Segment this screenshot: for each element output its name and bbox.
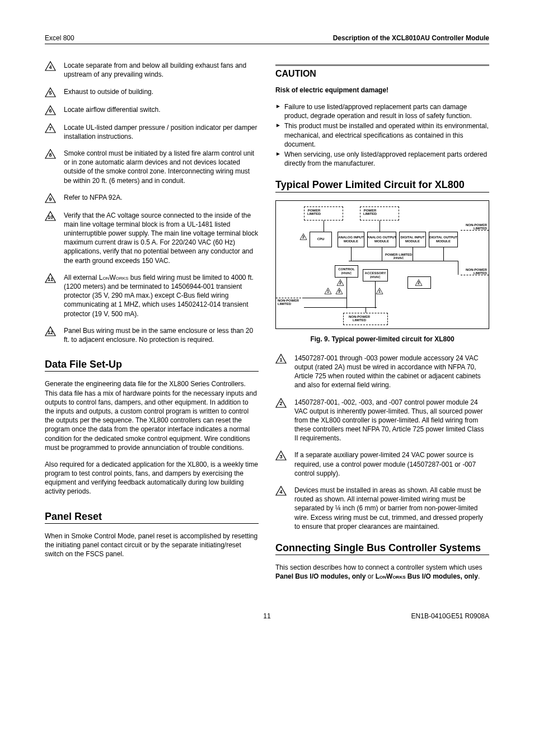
heading-connecting: Connecting Single Bus Controller Systems — [275, 541, 489, 555]
diag-nonpower: NON-POWER LIMITED — [349, 315, 370, 322]
diag-digital-output: DIGITAL OUTPUT MODULE — [429, 232, 458, 247]
note-text: 14507287-001, -002, -003, and -007 contr… — [294, 398, 489, 443]
note-text: Locate airflow differential switch. — [64, 105, 259, 114]
header-right: Description of the XCL8010AU Controller … — [333, 34, 489, 43]
heading-data-file: Data File Set-Up — [45, 358, 259, 372]
note-5: 5 Exhaust to outside of building. — [45, 87, 259, 97]
panelreset-p: When in Smoke Control Mode, panel reset … — [45, 532, 259, 559]
triangle-12-icon: 12 — [45, 326, 56, 336]
note-7: 7 Locate UL-listed damper pressure / pos… — [45, 123, 259, 141]
triangle-2-icon: 2 — [336, 279, 344, 286]
caution-heading: CAUTION — [275, 64, 489, 80]
diag-accessory-24: ACCESSORY 24VAC — [363, 269, 388, 281]
triangle-4-icon: 4 — [275, 486, 287, 496]
triangle-2-icon: 2 — [275, 398, 287, 408]
note-9: 9 Refer to NFPA 92A. — [45, 193, 259, 203]
page-number: 11 — [263, 612, 270, 621]
right-column: CAUTION Risk of electric equipment damag… — [275, 61, 489, 589]
note-text: 14507287-001 through -003 power module a… — [294, 354, 489, 390]
triangle-6-icon: 6 — [45, 105, 56, 115]
triangle-3-icon: 3 — [275, 450, 287, 461]
triangle-5-icon: 5 — [45, 87, 56, 97]
left-column: 4 Locate separate from and below all bui… — [45, 61, 259, 589]
heading-typical: Typical Power Limited Circuit for XL800 — [275, 178, 489, 192]
note-text: Locate UL-listed damper pressure / posit… — [64, 123, 259, 141]
caution-sub: Risk of electric equipment damage! — [275, 86, 489, 95]
triangle-3-icon: 3 — [335, 288, 343, 294]
triangle-9-icon: 9 — [45, 193, 56, 203]
page-header: Excel 800 Description of the XCL8010AU C… — [45, 34, 489, 44]
triangle-2-icon: 2 — [299, 233, 307, 240]
triangle-1-icon: 1 — [324, 288, 332, 294]
diag-nonpower: NON-POWER LIMITED — [278, 299, 299, 306]
diag-analog-input: ANALOG INPUT MODULE — [338, 232, 364, 247]
doc-number: EN1B-0410GE51 R0908A — [411, 612, 489, 621]
triangle-1-icon: 1 — [376, 288, 383, 294]
note-text: All external LonWorks bus field wiring m… — [64, 273, 259, 318]
triangle-7-icon: 7 — [45, 123, 56, 133]
circuit-diagram: POWER LIMITED POWER LIMITED NON-POWER LI… — [275, 200, 489, 329]
diag-power-limited: POWER LIMITED — [307, 209, 321, 216]
note-text: Verify that the AC voltage source connec… — [64, 211, 259, 265]
note-11: 11 All external LonWorks bus field wirin… — [45, 273, 259, 318]
header-left: Excel 800 — [45, 34, 74, 43]
note-text: Panel Bus wiring must be in the same enc… — [64, 326, 259, 344]
right-note-4: 4 Devices must be installed in areas as … — [275, 486, 489, 531]
diag-power-limited: POWER LIMITED — [363, 209, 377, 216]
diag-analog-output: ANALOG OUTPUT MODULE — [367, 232, 396, 247]
note-8: 8 Smoke control must be initiated by a l… — [45, 149, 259, 185]
note-text: Devices must be installed in areas as sh… — [294, 486, 489, 531]
caution-list: Failure to use listed/approved replaceme… — [275, 102, 489, 168]
right-note-1: 1 14507287-001 through -003 power module… — [275, 354, 489, 390]
note-4: 4 Locate separate from and below all bui… — [45, 61, 259, 79]
diag-digital-input: DIGITAL INPUT MODULE — [399, 232, 426, 247]
note-12: 12 Panel Bus wiring must be in the same … — [45, 326, 259, 344]
note-6: 6 Locate airflow differential switch. — [45, 105, 259, 115]
triangle-4-icon: 4 — [45, 61, 56, 71]
right-note-2: 2 14507287-001, -002, -003, and -007 con… — [275, 398, 489, 443]
diag-power-limited-24: POWER LIMITED 24VAC — [385, 253, 412, 260]
note-text: Locate separate from and below all build… — [64, 61, 259, 79]
note-10: 10 Verify that the AC voltage source con… — [45, 211, 259, 265]
caution-item: When servicing, use only listed/approved… — [275, 150, 489, 168]
datafile-p1: Generate the engineering data file for t… — [45, 379, 259, 452]
datafile-p2: Also required for a dedicated applicatio… — [45, 460, 259, 496]
heading-panel-reset: Panel Reset — [45, 510, 259, 524]
triangle-10-icon: 10 — [45, 211, 56, 221]
triangle-11-icon: 11 — [45, 273, 56, 283]
connecting-p: This section describes how to connect a … — [275, 563, 489, 581]
figure-caption: Fig. 9. Typical power-limited circuit fo… — [275, 335, 489, 344]
caution-item: This product must be installed and opera… — [275, 121, 489, 149]
diag-cpu: CPU — [310, 232, 332, 247]
page-footer: 11 EN1B-0410GE51 R0908A — [45, 612, 489, 621]
note-text: Refer to NFPA 92A. — [64, 193, 259, 202]
note-text: Smoke control must be initiated by a lis… — [64, 149, 259, 185]
caution-item: Failure to use listed/approved replaceme… — [275, 102, 489, 120]
diag-control-24: CONTROL 24VAC — [335, 265, 358, 278]
note-text: If a separate auxiliary power-limited 24… — [294, 450, 489, 478]
triangle-1-icon: 1 — [275, 354, 287, 364]
note-text: Exhaust to outside of building. — [64, 87, 259, 96]
right-note-3: 3 If a separate auxiliary power-limited … — [275, 450, 489, 478]
triangle-8-icon: 8 — [45, 149, 56, 159]
